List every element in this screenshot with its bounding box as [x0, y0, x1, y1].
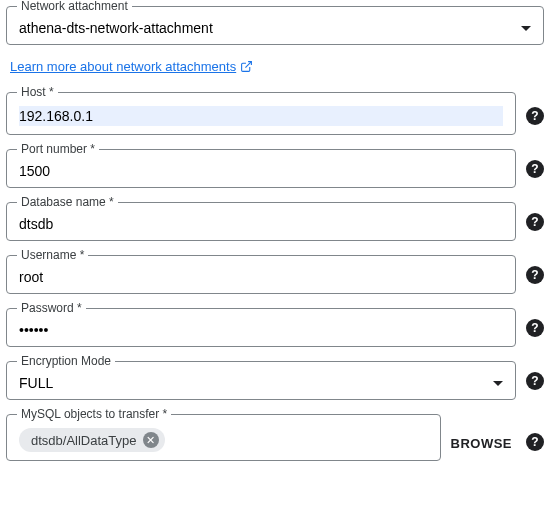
host-help-icon[interactable]: ?	[526, 107, 544, 125]
network-attachment-label: Network attachment	[17, 0, 132, 13]
port-label: Port number *	[17, 142, 99, 156]
host-field-container: Host *	[6, 92, 516, 135]
host-input[interactable]	[19, 106, 503, 126]
network-attachment-select[interactable]: Network attachment athena-dts-network-at…	[6, 6, 544, 45]
encryption-label: Encryption Mode	[17, 354, 115, 368]
svg-line-0	[246, 62, 252, 68]
encryption-select[interactable]: Encryption Mode FULL	[6, 361, 516, 400]
browse-button[interactable]: BROWSE	[451, 436, 513, 451]
objects-label: MySQL objects to transfer *	[17, 407, 171, 421]
chip-remove-icon[interactable]: ✕	[143, 432, 159, 448]
encryption-help-icon[interactable]: ?	[526, 372, 544, 390]
learn-more-text: Learn more about network attachments	[10, 59, 236, 74]
port-field-container: Port number *	[6, 149, 516, 188]
encryption-value: FULL	[19, 375, 485, 391]
host-label: Host *	[17, 85, 58, 99]
chevron-down-icon	[493, 381, 503, 386]
database-help-icon[interactable]: ?	[526, 213, 544, 231]
password-label: Password *	[17, 301, 86, 315]
username-input[interactable]	[19, 269, 503, 285]
external-link-icon	[240, 60, 253, 73]
username-help-icon[interactable]: ?	[526, 266, 544, 284]
database-label: Database name *	[17, 195, 118, 209]
password-field-container: Password *	[6, 308, 516, 347]
port-input[interactable]	[19, 163, 503, 179]
objects-help-icon[interactable]: ?	[526, 433, 544, 451]
learn-more-link[interactable]: Learn more about network attachments	[10, 59, 253, 74]
port-help-icon[interactable]: ?	[526, 160, 544, 178]
object-chip-label: dtsdb/AllDataType	[31, 433, 137, 448]
network-attachment-value: athena-dts-network-attachment	[19, 20, 513, 36]
objects-field-container: MySQL objects to transfer * dtsdb/AllDat…	[6, 414, 441, 461]
password-help-icon[interactable]: ?	[526, 319, 544, 337]
database-field-container: Database name *	[6, 202, 516, 241]
database-input[interactable]	[19, 216, 503, 232]
chevron-down-icon	[521, 26, 531, 31]
username-label: Username *	[17, 248, 88, 262]
username-field-container: Username *	[6, 255, 516, 294]
password-input[interactable]	[19, 322, 503, 338]
object-chip: dtsdb/AllDataType ✕	[19, 428, 165, 452]
